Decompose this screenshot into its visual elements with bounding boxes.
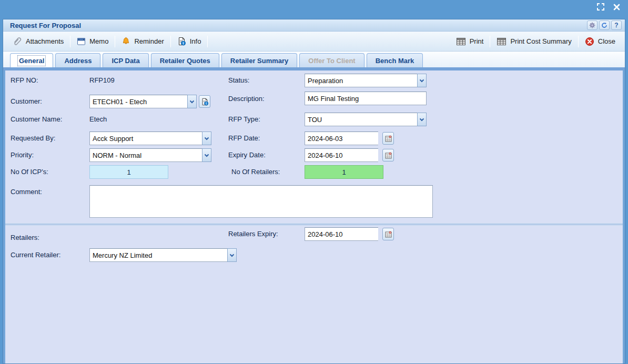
status-input[interactable]	[305, 74, 417, 87]
retailers-expiry-label: Retailers Expiry:	[228, 230, 278, 238]
general-tab-content: RFP NO: RFP109 Status: Customer:	[3, 70, 625, 363]
close-label: Close	[598, 37, 615, 45]
memo-button[interactable]: Memo	[73, 35, 113, 48]
refresh-button[interactable]	[599, 21, 610, 30]
customer-name-value: Etech	[89, 115, 107, 123]
rfp-panel: Request For Proposal ?	[3, 19, 625, 364]
tab-retailer-summary[interactable]: Retailer Summary	[221, 53, 298, 67]
help-icon: ?	[614, 22, 618, 29]
calendar-icon	[385, 231, 392, 238]
form-row: Current Retailer:	[5, 248, 623, 267]
rfp-date-label: RFP Date:	[228, 134, 260, 142]
current-retailer-input[interactable]	[89, 248, 227, 262]
expiry-date-label: Expiry Date:	[228, 151, 266, 159]
close-red-icon	[585, 37, 594, 46]
tabstrip: General Address ICP Data Retailer Quotes…	[3, 52, 625, 67]
customer-label: Customer:	[11, 97, 42, 105]
expiry-date-input[interactable]	[305, 148, 378, 162]
expiry-date-field[interactable]	[305, 148, 378, 162]
chevron-down-icon[interactable]	[187, 95, 197, 108]
form-row: Customer:	[5, 93, 623, 113]
tab-bench-mark[interactable]: Bench Mark	[367, 53, 423, 67]
form-row: Requested By: RFP Date:	[5, 132, 623, 148]
rfp-type-label: RFP Type:	[228, 115, 260, 123]
current-retailer-combobox[interactable]	[89, 248, 237, 262]
page-title: Request For Proposal	[10, 22, 81, 29]
comment-label: Comment:	[11, 188, 42, 196]
chevron-down-icon[interactable]	[417, 74, 427, 87]
customer-field-group	[89, 95, 210, 108]
maximize-icon[interactable]	[595, 2, 606, 12]
priority-combobox[interactable]	[89, 148, 211, 162]
chevron-down-icon[interactable]	[202, 132, 211, 145]
chevron-down-icon[interactable]	[227, 248, 237, 262]
info-label: Info	[190, 37, 201, 45]
tab-retailer-quotes[interactable]: Retailer Quotes	[151, 53, 219, 67]
tab-label: ICP Data	[112, 57, 139, 65]
retailers-expiry-field[interactable]	[305, 227, 378, 241]
settings-button[interactable]	[587, 21, 597, 30]
retailers-expiry-picker-button[interactable]	[382, 228, 394, 240]
close-button[interactable]: Close	[581, 35, 620, 48]
calendar-icon	[385, 152, 392, 159]
customer-name-label: Customer Name:	[11, 115, 62, 123]
tab-label: General	[19, 57, 44, 65]
form-row: Comment:	[5, 185, 623, 221]
tab-label: Retailer Quotes	[160, 57, 210, 65]
form-row: Customer Name: Etech RFP Type:	[5, 113, 623, 132]
requested-by-input[interactable]	[89, 132, 202, 145]
chevron-down-icon[interactable]	[417, 113, 427, 126]
bell-icon	[121, 37, 130, 46]
description-input[interactable]	[305, 92, 427, 105]
rfp-date-input[interactable]	[305, 132, 378, 145]
tab-label: Offer To Client	[308, 57, 355, 65]
rfp-type-combobox[interactable]	[305, 113, 427, 126]
toolbar-separator	[70, 36, 70, 47]
chevron-down-icon[interactable]	[202, 148, 211, 162]
info-button[interactable]: Info	[173, 35, 206, 48]
reminder-label: Reminder	[134, 37, 164, 45]
print-cost-summary-button[interactable]: Print Cost Summary	[492, 35, 575, 48]
info-doc-icon	[177, 37, 186, 46]
toolbar-separator	[490, 36, 490, 47]
requested-by-combobox[interactable]	[89, 132, 211, 145]
refresh-icon	[601, 22, 607, 28]
no-of-retailers-value: 1	[305, 165, 383, 179]
status-combobox[interactable]	[305, 74, 427, 87]
gear-icon	[589, 22, 595, 28]
tab-general[interactable]: General	[10, 53, 53, 67]
print-table-icon	[456, 37, 466, 46]
memo-label: Memo	[89, 37, 108, 45]
panel-header: Request For Proposal ?	[3, 19, 625, 32]
paperclip-icon	[13, 37, 22, 46]
customer-info-button[interactable]	[199, 95, 210, 108]
tab-address[interactable]: Address	[55, 53, 100, 67]
rfp-date-picker-button[interactable]	[382, 132, 394, 145]
toolbar-separator	[207, 36, 208, 47]
comment-textarea[interactable]	[89, 185, 433, 218]
rfp-no-value: RFP109	[89, 76, 115, 84]
print-cost-summary-label: Print Cost Summary	[510, 37, 571, 45]
help-button[interactable]: ?	[611, 21, 622, 30]
tab-icp-data[interactable]: ICP Data	[103, 53, 148, 67]
tab-label: Address	[64, 57, 92, 65]
tab-label: Bench Mark	[376, 57, 414, 65]
priority-input[interactable]	[89, 148, 202, 162]
attachments-button[interactable]: Attachments	[8, 35, 68, 48]
toolbar-separator	[578, 36, 579, 47]
retailers-expiry-input[interactable]	[305, 227, 378, 241]
description-label: Description:	[228, 95, 265, 103]
status-label: Status:	[228, 76, 249, 84]
close-window-icon[interactable]	[611, 2, 622, 12]
rfp-date-field[interactable]	[305, 132, 378, 145]
priority-label: Priority:	[11, 151, 34, 159]
expiry-date-picker-button[interactable]	[382, 149, 394, 161]
tab-offer-to-client: Offer To Client	[299, 53, 364, 67]
customer-combobox[interactable]	[89, 95, 197, 108]
customer-input[interactable]	[89, 95, 187, 108]
rfp-type-input[interactable]	[305, 113, 417, 126]
reminder-button[interactable]: Reminder	[117, 35, 168, 48]
print-button[interactable]: Print	[452, 35, 488, 48]
toolbar: Attachments Memo Reminder	[3, 32, 625, 52]
toolbar-separator	[170, 36, 171, 47]
